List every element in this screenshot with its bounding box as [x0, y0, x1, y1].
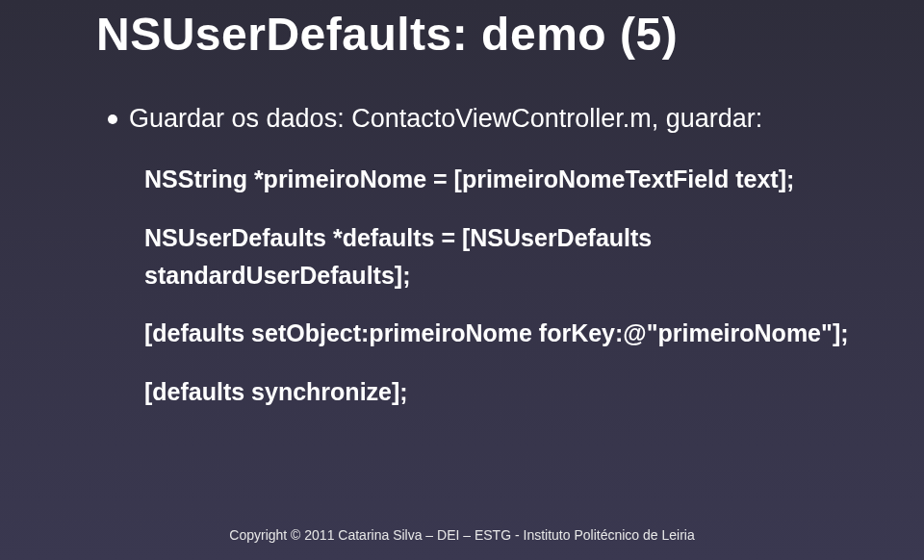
- bullet-text: Guardar os dados: ContactoViewController…: [129, 104, 762, 134]
- code-block: NSString *primeiroNome = [primeiroNomeTe…: [108, 161, 866, 411]
- code-line: standardUserDefaults];: [144, 257, 866, 294]
- code-line: [defaults synchronize];: [144, 373, 866, 411]
- bullet-icon: [108, 115, 117, 124]
- code-line: NSString *primeiroNome = [primeiroNomeTe…: [144, 161, 866, 198]
- footer-copyright: Copyright © 2011 Catarina Silva – DEI – …: [0, 527, 924, 543]
- slide-content: Guardar os dados: ContactoViewController…: [96, 104, 866, 411]
- slide-container: NSUserDefaults: demo (5) Guardar os dado…: [0, 0, 924, 560]
- code-line: [defaults setObject:primeiroNome forKey:…: [144, 315, 866, 352]
- bullet-item: Guardar os dados: ContactoViewController…: [108, 104, 866, 134]
- code-line: NSUserDefaults *defaults = [NSUserDefaul…: [144, 219, 866, 257]
- slide-title: NSUserDefaults: demo (5): [96, 8, 866, 61]
